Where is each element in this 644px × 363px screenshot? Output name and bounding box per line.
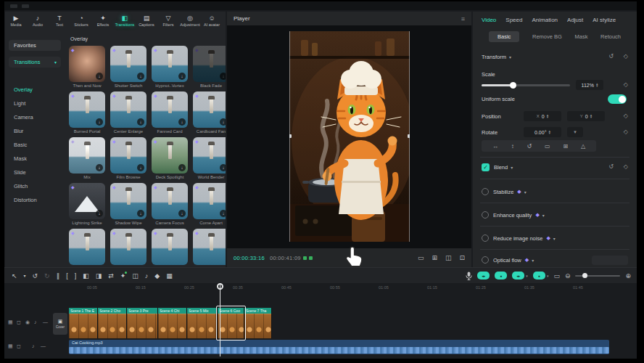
reduce-noise-checkbox[interactable] — [482, 234, 489, 242]
selected-clip-outline[interactable] — [216, 306, 246, 340]
chevron-down-icon[interactable]: ▾ — [553, 236, 556, 241]
delete-left-icon[interactable]: ◧ — [83, 272, 89, 280]
transition-item[interactable]: ◆↓Burned Portal — [69, 91, 105, 137]
smart-tool-icon[interactable]: ✦ — [120, 272, 126, 280]
rotate-value-field[interactable]: 0.00° ▴▾ — [524, 127, 561, 137]
chevron-down-icon[interactable]: ▾ — [542, 213, 545, 218]
split-icon[interactable]: ∥ — [57, 272, 60, 280]
hide-icon[interactable]: ◉ — [25, 319, 30, 325]
transform-handle-left[interactable] — [289, 31, 290, 242]
transition-item[interactable]: ◆ — [110, 229, 146, 267]
uniform-scale-toggle[interactable] — [608, 94, 627, 104]
safe-zones-icon[interactable]: ⊞ — [432, 254, 437, 261]
mute-icon[interactable]: ♪ — [34, 319, 37, 325]
reset-icon[interactable]: ↺ — [608, 163, 614, 170]
flip-horizontal-icon[interactable]: ↔ — [492, 143, 498, 150]
zoom-in-icon[interactable]: ⊕ — [625, 272, 631, 280]
tab-stickers[interactable]: ◔Stickers — [70, 12, 92, 30]
ratio-icon[interactable]: ▭ — [418, 254, 424, 261]
transition-item[interactable]: ◆↓Black Fade — [193, 46, 226, 91]
enhance-quality-checkbox[interactable] — [482, 211, 489, 219]
transition-item[interactable]: ◆↓Lightning Strike — [69, 183, 105, 229]
clip-scene-4[interactable]: Scene 4 Chi — [158, 308, 187, 338]
delete-right-icon[interactable]: ◨ — [96, 272, 102, 280]
swap-icon[interactable]: ⇄ — [108, 272, 114, 280]
chevron-down-icon[interactable]: ▾ — [532, 258, 534, 263]
stepper-icon[interactable]: ▴▾ — [590, 114, 593, 118]
transition-item[interactable]: ◆↓Fanned Card — [152, 91, 188, 137]
fullscreen-icon[interactable]: ⊡ — [459, 254, 465, 261]
timeline-ruler[interactable]: 00:05 00:15 00:25 00:35 00:45 00:55 01:0… — [4, 283, 637, 293]
transition-item[interactable]: ◆↓Mix — [69, 137, 105, 183]
tab-text[interactable]: TText — [49, 12, 70, 30]
optical-flow-checkbox[interactable] — [482, 256, 489, 264]
sidebar-item-basic[interactable]: Basic — [14, 142, 27, 148]
redo-icon[interactable]: ↻ — [44, 272, 50, 280]
rotate-dial-button[interactable]: ▾ — [567, 127, 583, 137]
scale-slider-knob[interactable] — [510, 82, 516, 89]
tab-captions[interactable]: ▤Captions — [136, 12, 157, 30]
transition-item[interactable]: ◆↓Shutter Switch — [110, 46, 146, 91]
keyframe-icon[interactable]: ◇ — [624, 81, 628, 88]
transform-handle-right[interactable] — [409, 31, 410, 242]
player-menu-icon[interactable]: ≡ — [461, 15, 465, 23]
titlebar-menu-icon[interactable] — [10, 4, 17, 8]
rotate-90-icon[interactable]: ↺ — [527, 143, 532, 150]
position-y-field[interactable]: Y 0 ▴▾ — [567, 111, 605, 121]
tab-speed[interactable]: Speed — [505, 17, 522, 23]
clip-scene-2[interactable]: Scene 2 Cho — [98, 308, 127, 338]
transition-mode-button[interactable]: ◂▸ — [477, 272, 490, 280]
timeline-zoom-knob[interactable] — [582, 273, 587, 278]
link-mode-button[interactable]: ◂▸ — [512, 272, 524, 280]
clip-scene-3[interactable]: Scene 3 Pre — [127, 308, 158, 338]
stabilize-checkbox[interactable] — [482, 188, 489, 195]
mute-icon[interactable]: ♪ — [32, 343, 35, 348]
transition-item[interactable]: ◆ — [193, 229, 226, 267]
sidebar-item-overlay[interactable]: Overlay — [14, 86, 33, 93]
transition-item[interactable]: ◆↓Hypnot..Vortex — [152, 46, 188, 91]
sidebar-item-mask[interactable]: Mask — [14, 155, 27, 162]
sidebar-item-camera[interactable]: Camera — [14, 114, 33, 121]
position-x-field[interactable]: X 0 ▴▾ — [524, 111, 561, 121]
transform-section-header[interactable]: Transform ▾ — [482, 51, 628, 62]
sidebar-item-distortion[interactable]: Distortion — [14, 197, 37, 203]
subtab-mask[interactable]: Mask — [574, 33, 587, 40]
audio-clip[interactable]: Cat Cooking.mp3 — [69, 340, 609, 354]
snap-mode-button[interactable]: ● — [533, 272, 545, 280]
sidebar-item-glitch[interactable]: Glitch — [14, 183, 28, 189]
transition-item[interactable]: ◆↓Deck Spotlight — [152, 137, 188, 183]
stepper-icon[interactable]: ▴▾ — [547, 114, 549, 118]
transition-item[interactable]: ◆↓Camera Focus — [152, 183, 188, 229]
select-tool-icon[interactable]: ↖ — [12, 272, 17, 280]
keyframe-icon[interactable]: ◇ — [624, 129, 628, 135]
subtab-retouch[interactable]: Retouch — [600, 33, 621, 40]
chevron-down-icon[interactable]: ▾ — [524, 189, 527, 195]
transition-item[interactable]: ◆↓Center Enlarge — [110, 91, 146, 137]
subtab-basic[interactable]: Basic — [489, 31, 519, 42]
tab-video[interactable]: Video — [482, 17, 496, 23]
transition-item[interactable]: ◆↓World Bender — [193, 137, 226, 183]
transition-item[interactable]: ◆↓Film Browse — [110, 137, 146, 183]
transition-item[interactable]: ◆↓Shadow Wipe — [110, 183, 146, 229]
mask-tool-icon[interactable]: ◫ — [132, 272, 139, 280]
keyframe-icon[interactable]: ◇ — [624, 163, 628, 170]
clip-scene-1[interactable]: Scene 1 The E — [69, 308, 98, 338]
sidebar-item-slide[interactable]: Slide — [14, 169, 26, 176]
titlebar-account-icon[interactable] — [22, 4, 29, 8]
undo-icon[interactable]: ↺ — [33, 272, 38, 280]
scale-slider[interactable] — [482, 84, 570, 86]
tab-filters[interactable]: ▽Filters — [157, 12, 179, 30]
keyframe-tool-icon[interactable]: ◆ — [154, 272, 160, 280]
select-caret-icon[interactable]: ▾ — [24, 273, 26, 278]
clip-scene-5[interactable]: Scene 5 Mix — [187, 308, 218, 338]
mirror-preview-icon[interactable]: ◫ — [445, 254, 452, 261]
tab-ai-stylize[interactable]: AI stylize — [593, 17, 616, 23]
lock-icon[interactable]: ◻ — [17, 319, 21, 325]
track-grid-icon[interactable]: ▦ — [8, 343, 13, 349]
tab-adjust[interactable]: Adjust — [567, 17, 583, 23]
favorites-button[interactable]: Favorites — [9, 40, 61, 51]
blend-checkbox[interactable]: ✓ — [482, 163, 490, 171]
collapse-icon[interactable]: — — [41, 343, 46, 348]
keyframe-mode-button[interactable]: ● — [495, 272, 507, 280]
cover-button[interactable]: ▣ Cover — [53, 313, 67, 335]
